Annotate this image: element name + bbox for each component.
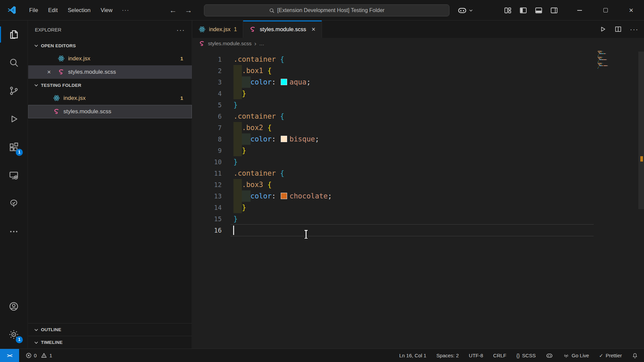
activity-run-debug-icon[interactable]	[0, 105, 28, 133]
file-row-index.jsx[interactable]: index.jsx1	[28, 52, 192, 65]
section-testing-folder[interactable]: TESTING FOLDER	[28, 79, 192, 92]
status-prettier[interactable]: ✓ Prettier	[599, 353, 622, 359]
editor-more-actions-icon[interactable]: ···	[630, 25, 639, 33]
problems-status[interactable]: 0 1	[26, 353, 52, 358]
color-swatch[interactable]	[281, 79, 287, 85]
react-icon	[199, 26, 206, 33]
code-token: ;	[328, 192, 332, 200]
activity-account-icon[interactable]	[0, 292, 28, 320]
indent-guide-block	[233, 65, 242, 76]
status-encoding[interactable]: UTF-8	[469, 353, 483, 358]
bell-icon	[632, 353, 638, 359]
activity-remote-explorer-icon[interactable]	[0, 161, 28, 189]
breadcrumb[interactable]: styles.module.scss › …	[193, 38, 644, 49]
section-outline[interactable]: OUTLINE	[28, 323, 192, 336]
code-line-4[interactable]: 4}	[193, 88, 644, 99]
vscode-logo-icon	[7, 5, 17, 15]
copilot-menu[interactable]	[457, 0, 473, 20]
code-line-2[interactable]: 2.box1 {	[193, 65, 644, 76]
title-bar: FileEditSelectionView··· ← → [Extension …	[0, 0, 644, 20]
file-row-styles.module.scss[interactable]: ×styles.module.scss	[28, 65, 192, 79]
code-line-16[interactable]: 16	[193, 225, 644, 236]
chevron-down-icon	[469, 8, 473, 13]
code-editor[interactable]: 1.container {2.box1 {3color: aqua;4}5}6.…	[193, 49, 644, 349]
minimize-icon	[577, 10, 582, 11]
status-line-col[interactable]: Ln 16, Col 1	[399, 353, 426, 358]
sass-icon	[58, 68, 65, 75]
run-button-icon[interactable]	[599, 25, 606, 33]
code-line-6[interactable]: 6.container {	[193, 111, 644, 122]
menu-view[interactable]: View	[96, 5, 117, 15]
activity-explorer-icon[interactable]	[0, 20, 28, 49]
back-arrow-icon[interactable]: ←	[169, 6, 177, 15]
toggle-panel-icon[interactable]	[535, 6, 543, 14]
toggle-sidebar-icon[interactable]	[519, 6, 527, 14]
status-go-live[interactable]: Go Live	[563, 353, 589, 359]
section-timeline[interactable]: TIMELINE	[28, 336, 192, 349]
code-line-10[interactable]: 10}	[193, 156, 644, 168]
status-indentation[interactable]: Spaces: 2	[436, 353, 459, 358]
code-token: {	[280, 169, 284, 177]
code-line-8[interactable]: 8color: bisque;	[193, 133, 644, 145]
code-line-13[interactable]: 13color: chocolate;	[193, 190, 644, 202]
activity-source-control-icon[interactable]	[0, 77, 28, 105]
tab-styles.module.scss[interactable]: styles.module.scss×	[243, 20, 322, 38]
tab-index.jsx[interactable]: index.jsx1	[193, 20, 243, 38]
code-token: }	[233, 158, 238, 166]
status-eol[interactable]: CRLF	[493, 353, 506, 358]
line-number: 8	[193, 133, 226, 145]
explorer-more-actions-icon[interactable]: ···	[176, 26, 185, 34]
code-line-15[interactable]: 15}	[193, 213, 644, 225]
code-token: chocolate	[289, 192, 328, 200]
menu-more-icon[interactable]: ···	[117, 5, 133, 15]
activity-settings-icon[interactable]: 1	[0, 320, 28, 349]
file-row-index.jsx[interactable]: index.jsx1	[28, 92, 192, 105]
split-editor-icon[interactable]	[614, 25, 622, 33]
forward-arrow-icon[interactable]: →	[185, 6, 192, 15]
file-name: styles.module.scss	[63, 108, 111, 115]
code-line-1[interactable]: 1.container {	[193, 54, 644, 65]
remote-indicator[interactable]: ><	[0, 349, 19, 362]
activity-extensions-icon[interactable]: 1	[0, 133, 28, 161]
status-language-mode[interactable]: {} SCSS	[516, 353, 536, 358]
command-center-search[interactable]: [Extension Development Host] Testing Fol…	[204, 4, 449, 16]
activity-search-icon[interactable]	[0, 49, 28, 77]
menu-file[interactable]: File	[24, 5, 43, 15]
code-line-14[interactable]: 14}	[193, 202, 644, 213]
minimize-button[interactable]	[567, 0, 593, 20]
code-line-9[interactable]: 9}	[193, 145, 644, 156]
code-token: :	[272, 135, 280, 143]
code-token: }	[242, 146, 246, 155]
color-swatch[interactable]	[281, 136, 287, 142]
problems-badge: 1	[180, 95, 183, 101]
section-open-editors[interactable]: OPEN EDITORS	[28, 39, 192, 52]
code-line-5[interactable]: 5}	[193, 99, 644, 111]
code-line-11[interactable]: 11.container {	[193, 168, 644, 179]
menu-edit[interactable]: Edit	[43, 5, 63, 15]
customize-layout-icon[interactable]	[504, 6, 512, 14]
close-button[interactable]: ×	[618, 0, 644, 20]
file-row-styles.module.scss[interactable]: styles.module.scss	[28, 105, 192, 118]
activity-more-icon[interactable]	[0, 218, 28, 246]
toggle-secondary-sidebar-icon[interactable]	[550, 6, 558, 14]
line-number: 9	[193, 145, 226, 156]
line-number: 5	[193, 99, 226, 111]
close-tab-icon[interactable]: ×	[312, 25, 316, 33]
menu-selection[interactable]: Selection	[63, 5, 96, 15]
breadcrumb-more[interactable]: …	[259, 41, 264, 47]
error-count: 0	[34, 353, 37, 358]
notifications-bell[interactable]	[632, 353, 638, 359]
code-line-3[interactable]: 3color: aqua;	[193, 76, 644, 88]
code-line-7[interactable]: 7.box2 {	[193, 122, 644, 133]
color-swatch[interactable]	[281, 193, 287, 199]
status-bar: >< 0 1 Ln 16, Col 1 Spaces: 2 UTF-8 CRLF…	[0, 349, 644, 362]
vscode-window: FileEditSelectionView··· ← → [Extension …	[0, 0, 644, 362]
editor-group: index.jsx1styles.module.scss× ··· styles…	[193, 20, 644, 349]
close-editor-icon[interactable]: ×	[45, 68, 53, 76]
activity-testing-icon[interactable]	[0, 189, 28, 218]
status-copilot[interactable]	[546, 352, 553, 359]
maximize-button[interactable]	[593, 0, 619, 20]
tab-bar: index.jsx1styles.module.scss× ···	[193, 20, 644, 38]
breadcrumb-file[interactable]: styles.module.scss	[208, 41, 252, 47]
code-line-12[interactable]: 12.box3 {	[193, 179, 644, 190]
